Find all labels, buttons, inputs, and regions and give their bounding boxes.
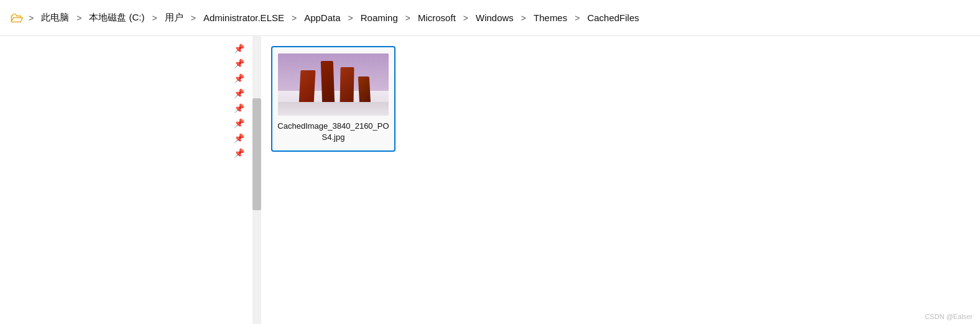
file-area: CachedImage_3840_2160_POS4.jpg [261, 36, 980, 324]
separator-6: > [404, 13, 412, 23]
separator-0: > [27, 13, 35, 23]
separator-8: > [520, 13, 527, 23]
breadcrumb-cachedfiles[interactable]: CachedFiles [585, 11, 641, 24]
folder-icon: 🗁 [10, 11, 24, 25]
file-name: CachedImage_3840_2160_POS4.jpg [277, 121, 389, 143]
sidebar: 📌 📌 📌 📌 📌 📌 📌 📌 [0, 36, 261, 324]
watermark: CSDN @Ealser [925, 313, 973, 320]
pin-icon-1[interactable]: 📌 [233, 42, 245, 55]
separator-9: > [573, 13, 581, 23]
breadcrumb-windows[interactable]: Windows [473, 11, 516, 24]
pin-icon-3[interactable]: 📌 [233, 72, 245, 85]
breadcrumb-themes[interactable]: Themes [531, 11, 570, 24]
pin-icon-7[interactable]: 📌 [233, 132, 245, 144]
breadcrumb-appdata[interactable]: AppData [302, 11, 343, 24]
scrollbar-thumb[interactable] [252, 98, 261, 210]
pin-icon-2[interactable]: 📌 [233, 57, 245, 70]
address-bar: 🗁 > 此电脑 > 本地磁盘 (C:) > 用户 > Administrator… [0, 0, 980, 36]
breadcrumb-users[interactable]: 用户 [162, 11, 186, 25]
separator-4: > [290, 13, 298, 23]
breadcrumb-microsoft[interactable]: Microsoft [415, 11, 458, 24]
separator-1: > [75, 13, 83, 23]
breadcrumb-local-disk[interactable]: 本地磁盘 (C:) [86, 11, 147, 25]
breadcrumb-roaming[interactable]: Roaming [358, 11, 400, 24]
separator-3: > [190, 13, 197, 23]
file-item[interactable]: CachedImage_3840_2160_POS4.jpg [271, 46, 395, 152]
pin-icon-8[interactable]: 📌 [233, 147, 245, 159]
breadcrumb-admin[interactable]: Administrator.ELSE [201, 11, 287, 24]
pin-icon-4[interactable]: 📌 [233, 87, 245, 100]
pin-icon-6[interactable]: 📌 [233, 117, 245, 129]
pin-icon-5[interactable]: 📌 [233, 102, 245, 114]
file-thumbnail [278, 53, 389, 116]
scrollbar-track [252, 36, 261, 324]
separator-2: > [151, 13, 159, 23]
main-content: 📌 📌 📌 📌 📌 📌 📌 📌 CachedImage_3840 [0, 36, 980, 324]
separator-5: > [347, 13, 354, 23]
separator-7: > [462, 13, 469, 23]
breadcrumb-this-pc[interactable]: 此电脑 [39, 11, 72, 25]
